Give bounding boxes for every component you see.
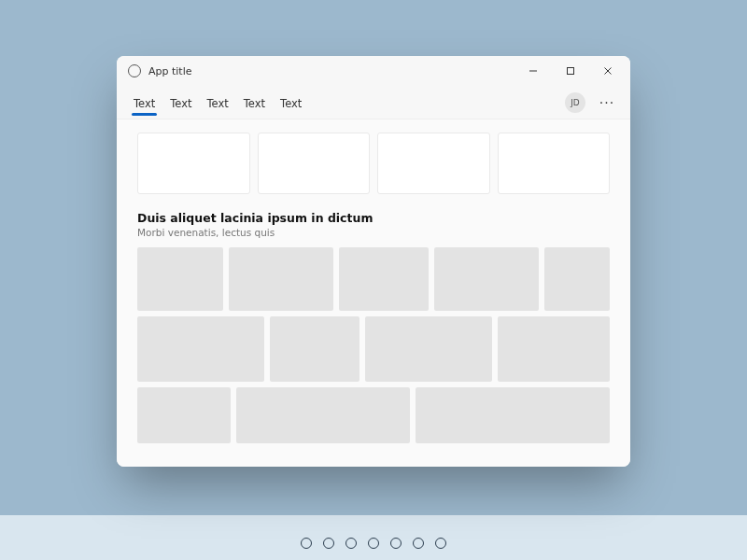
gallery-tile[interactable] bbox=[365, 316, 492, 382]
more-icon: ··· bbox=[599, 95, 614, 110]
pagination-dot[interactable] bbox=[368, 538, 379, 549]
tab-label: Text bbox=[244, 97, 265, 110]
tab-1[interactable]: Text bbox=[164, 91, 197, 114]
tab-label: Text bbox=[280, 97, 302, 110]
gallery-tile[interactable] bbox=[416, 387, 610, 443]
app-icon bbox=[128, 64, 141, 77]
pagination-dot[interactable] bbox=[323, 538, 334, 549]
tab-label: Text bbox=[207, 97, 229, 110]
gallery-tile[interactable] bbox=[236, 387, 410, 443]
maximize-icon bbox=[566, 66, 575, 76]
gallery-tile[interactable] bbox=[137, 387, 231, 443]
section-title: Duis aliquet lacinia ipsum in dictum bbox=[137, 211, 610, 225]
pagination-dot[interactable] bbox=[413, 538, 424, 549]
tab-label: Text bbox=[134, 97, 155, 110]
gallery-tile[interactable] bbox=[137, 247, 223, 311]
close-button[interactable] bbox=[589, 56, 627, 86]
title-bar: App title bbox=[117, 56, 630, 86]
more-button[interactable]: ··· bbox=[595, 91, 619, 115]
gallery-tile[interactable] bbox=[339, 247, 429, 311]
gallery bbox=[137, 247, 610, 443]
gallery-tile[interactable] bbox=[434, 247, 539, 311]
tab-4[interactable]: Text bbox=[275, 91, 307, 114]
gallery-tile[interactable] bbox=[544, 247, 610, 311]
minimize-icon bbox=[529, 66, 538, 76]
app-window: App title Text Text Text Text Text JD ··… bbox=[117, 56, 630, 467]
app-title: App title bbox=[148, 65, 192, 77]
pagination-dots bbox=[301, 538, 446, 549]
pagination-dot[interactable] bbox=[301, 538, 312, 549]
tab-strip: Text Text Text Text Text JD ··· bbox=[117, 86, 630, 119]
hero-card[interactable] bbox=[498, 133, 611, 194]
tab-3[interactable]: Text bbox=[238, 91, 271, 114]
gallery-tile[interactable] bbox=[270, 316, 359, 382]
pagination-dot[interactable] bbox=[435, 538, 446, 549]
gallery-row bbox=[137, 387, 610, 443]
avatar[interactable]: JD bbox=[565, 92, 585, 113]
gallery-row bbox=[137, 247, 610, 311]
pagination-dot[interactable] bbox=[345, 538, 357, 549]
close-icon bbox=[603, 66, 613, 76]
pagination-dot[interactable] bbox=[390, 538, 402, 549]
content-body: Duis aliquet lacinia ipsum in dictum Mor… bbox=[117, 119, 630, 467]
gallery-tile[interactable] bbox=[137, 316, 264, 382]
gallery-row bbox=[137, 316, 610, 382]
section-subtitle: Morbi venenatis, lectus quis bbox=[137, 227, 610, 238]
hero-card-row bbox=[137, 133, 610, 194]
tab-label: Text bbox=[170, 97, 191, 110]
gallery-tile[interactable] bbox=[229, 247, 333, 311]
svg-rect-1 bbox=[568, 68, 574, 75]
hero-card[interactable] bbox=[258, 133, 371, 194]
avatar-initials: JD bbox=[571, 98, 580, 107]
minimize-button[interactable] bbox=[514, 56, 552, 86]
tab-2[interactable]: Text bbox=[202, 91, 234, 114]
maximize-button[interactable] bbox=[552, 56, 589, 86]
hero-card[interactable] bbox=[377, 133, 490, 194]
tab-0[interactable]: Text bbox=[128, 91, 161, 114]
hero-card[interactable] bbox=[137, 133, 250, 194]
gallery-tile[interactable] bbox=[498, 316, 610, 382]
